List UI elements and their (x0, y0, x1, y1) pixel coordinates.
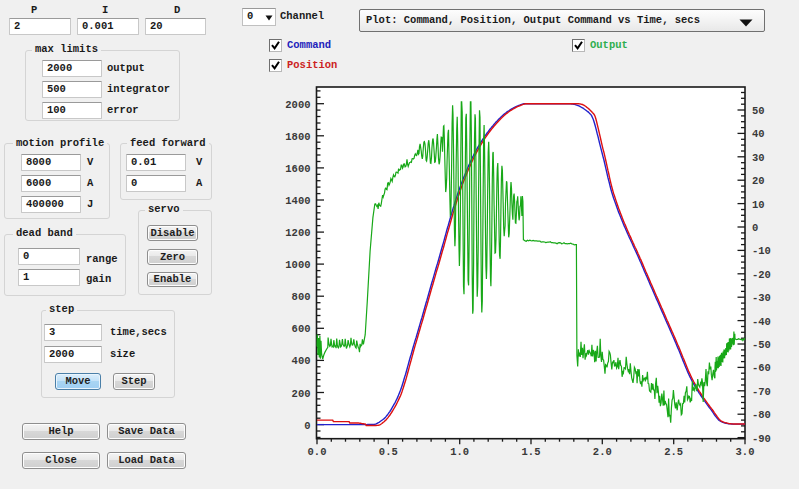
svg-text:0: 0 (752, 222, 758, 234)
svg-text:1000: 1000 (285, 259, 310, 271)
svg-text:1200: 1200 (285, 227, 310, 239)
svg-text:2.0: 2.0 (593, 446, 612, 458)
svg-text:40: 40 (752, 128, 765, 140)
svg-text:1.0: 1.0 (450, 446, 469, 458)
svg-text:0: 0 (304, 420, 310, 432)
svg-text:2000: 2000 (285, 99, 310, 111)
svg-text:200: 200 (292, 388, 311, 400)
svg-text:20: 20 (752, 175, 765, 187)
svg-text:-20: -20 (752, 269, 771, 281)
svg-text:2.5: 2.5 (664, 446, 683, 458)
svg-text:-50: -50 (752, 339, 771, 351)
svg-text:3.0: 3.0 (736, 446, 755, 458)
svg-text:-90: -90 (752, 433, 771, 445)
svg-text:-40: -40 (752, 316, 771, 328)
svg-text:-30: -30 (752, 292, 771, 304)
svg-text:1.5: 1.5 (522, 446, 541, 458)
svg-text:800: 800 (292, 291, 311, 303)
svg-text:1400: 1400 (285, 195, 310, 207)
svg-text:-10: -10 (752, 245, 771, 257)
svg-text:-80: -80 (752, 409, 771, 421)
svg-text:1800: 1800 (285, 131, 310, 143)
svg-text:50: 50 (752, 105, 765, 117)
svg-text:0.0: 0.0 (308, 446, 327, 458)
svg-text:1600: 1600 (285, 163, 310, 175)
svg-text:0.5: 0.5 (379, 446, 398, 458)
svg-text:-60: -60 (752, 362, 771, 374)
svg-text:600: 600 (292, 323, 311, 335)
svg-text:400: 400 (292, 355, 311, 367)
svg-text:10: 10 (752, 199, 765, 211)
svg-text:30: 30 (752, 152, 765, 164)
svg-text:-70: -70 (752, 386, 771, 398)
